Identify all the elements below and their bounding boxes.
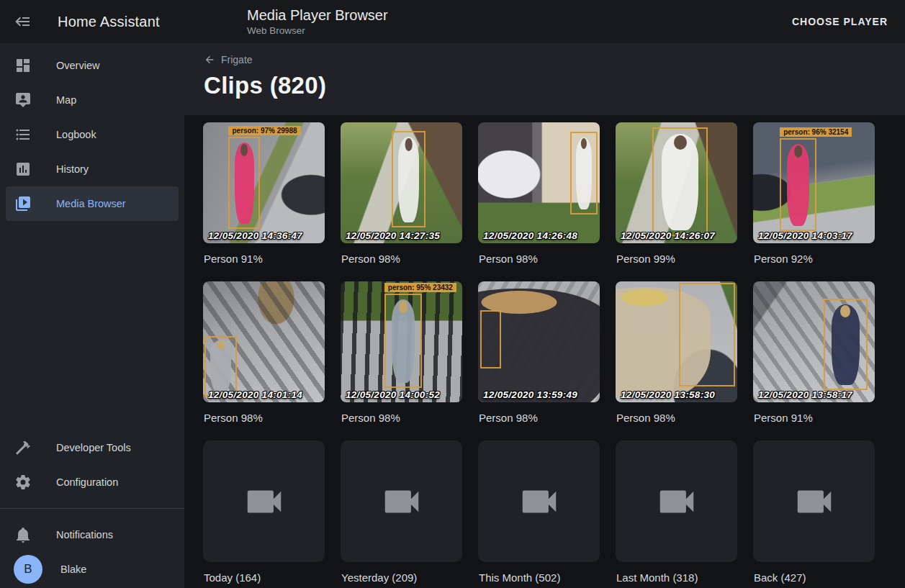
folder-item: Back (427) [753, 440, 875, 588]
folder-caption: Yesterday (209) [341, 571, 462, 584]
sidebar-item-label: Developer Tools [56, 442, 131, 453]
person-figure [235, 143, 254, 224]
clip-thumbnail[interactable]: person: 95% 23432 12/05/2020 14:00:52 [341, 281, 462, 402]
sidebar-item-label: Overview [56, 60, 99, 71]
sidebar-item-overview[interactable]: Overview [6, 48, 179, 83]
detection-box [780, 138, 816, 231]
folder-item: Last Month (318) [616, 440, 737, 588]
folder-thumbnail[interactable] [753, 440, 875, 562]
clip-thumbnail[interactable]: 12/05/2020 13:58:30 [616, 281, 737, 402]
video-icon [242, 479, 287, 524]
media-player-subtitle: Web Browser [247, 25, 388, 36]
clip-timestamp: 12/05/2020 13:58:17 [758, 389, 852, 400]
clip-timestamp: 12/05/2020 14:26:48 [483, 230, 577, 241]
folder-thumbnail[interactable] [478, 440, 600, 562]
clip-caption: Person 98% [479, 253, 600, 266]
sidebar-item-map[interactable]: Map [6, 83, 179, 117]
folder-item: Today (164) [203, 440, 325, 588]
clip-item: 12/05/2020 14:27:35 Person 98% [341, 122, 462, 281]
sidebar-item-logbook[interactable]: Logbook [6, 117, 179, 152]
map-icon [14, 91, 32, 109]
clip-item: person: 97% 29988 12/05/2020 14:36:47 Pe… [203, 122, 325, 281]
page-header: Frigate Clips (820) [184, 43, 905, 115]
clip-caption: Person 91% [754, 412, 875, 425]
sidebar-item-configuration[interactable]: Configuration [6, 465, 179, 499]
clip-thumbnail[interactable]: 12/05/2020 14:26:48 [478, 122, 600, 243]
sidebar-bottom-section: Developer Tools Configuration Notificati… [0, 430, 184, 588]
detection-box [824, 299, 868, 391]
clip-timestamp: 12/05/2020 13:59:49 [483, 389, 577, 400]
detection-box [204, 336, 238, 397]
detection-label: person: 96% 32154 [780, 127, 852, 137]
sidebar-item-label: Media Browser [56, 198, 126, 209]
clip-caption: Person 98% [479, 412, 600, 425]
folder-thumbnail[interactable] [616, 440, 737, 562]
clip-item: 12/05/2020 14:01:14 Person 98% [203, 281, 325, 440]
detection-box [392, 131, 426, 227]
person-figure [398, 137, 419, 222]
clip-item: 12/05/2020 13:58:17 Person 91% [753, 281, 875, 440]
clip-caption: Person 98% [204, 412, 325, 425]
clip-timestamp: 12/05/2020 13:58:30 [621, 389, 715, 400]
person-figure [576, 137, 593, 209]
person-figure [832, 304, 860, 386]
folder-thumbnail[interactable] [341, 440, 462, 562]
clip-thumbnail[interactable]: person: 96% 32154 12/05/2020 14:03:17 [753, 122, 875, 243]
media-browser-icon [14, 195, 32, 212]
clip-timestamp: 12/05/2020 14:03:17 [758, 230, 852, 241]
clip-timestamp: 12/05/2020 14:26:07 [621, 230, 715, 241]
choose-player-button[interactable]: CHOOSE PLAYER [786, 10, 893, 33]
media-grid: person: 97% 29988 12/05/2020 14:36:47 Pe… [184, 115, 905, 588]
detection-box [480, 310, 501, 368]
video-icon [379, 479, 424, 524]
sidebar-item-label: Map [56, 94, 76, 106]
clip-timestamp: 12/05/2020 14:01:14 [208, 389, 302, 400]
sidebar-item-history[interactable]: History [6, 152, 179, 186]
app-title: Home Assistant [58, 14, 160, 30]
sidebar-item-media-browser[interactable]: Media Browser [6, 186, 179, 221]
gear-icon [14, 474, 32, 491]
sidebar-item-label: History [56, 163, 89, 175]
arrow-left-icon [204, 54, 215, 65]
person-figure [210, 340, 230, 393]
sidebar-toggle-icon[interactable] [14, 13, 32, 30]
detection-box [384, 294, 422, 388]
page-title: Clips (820) [204, 72, 905, 99]
breadcrumb-label: Frigate [221, 54, 253, 65]
main-content: Frigate Clips (820) person: 97% 29988 12… [184, 43, 905, 588]
detection-box [570, 132, 597, 214]
dashboard-icon [14, 57, 32, 74]
clip-caption: Person 92% [754, 253, 875, 266]
hammer-icon [14, 439, 32, 456]
sidebar-item-developer-tools[interactable]: Developer Tools [6, 430, 179, 465]
clip-thumbnail[interactable]: 12/05/2020 14:26:07 [616, 122, 737, 243]
detection-box [652, 127, 708, 236]
sidebar: Overview Map Logbook History Media Brows… [0, 43, 184, 588]
clip-caption: Person 99% [616, 253, 737, 266]
user-name-label: Blake [60, 564, 86, 575]
breadcrumb[interactable]: Frigate [204, 54, 253, 65]
clip-thumbnail[interactable]: 12/05/2020 14:27:35 [341, 122, 462, 243]
clip-item: person: 95% 23432 12/05/2020 14:00:52 Pe… [341, 281, 462, 440]
clip-thumbnail[interactable]: 12/05/2020 13:59:49 [478, 281, 600, 402]
clip-caption: Person 98% [341, 253, 462, 266]
clip-item: person: 96% 32154 12/05/2020 14:03:17 Pe… [753, 122, 875, 281]
folder-thumbnail[interactable] [203, 440, 325, 562]
video-icon [517, 479, 562, 524]
history-icon [14, 160, 32, 178]
clip-caption: Person 98% [341, 412, 462, 425]
clip-timestamp: 12/05/2020 14:36:47 [208, 230, 302, 241]
sidebar-item-label: Notifications [56, 529, 113, 540]
clip-item: 12/05/2020 14:26:48 Person 98% [478, 122, 600, 281]
clip-caption: Person 98% [616, 412, 737, 425]
folder-item: Yesterday (209) [341, 440, 462, 588]
sidebar-item-notifications[interactable]: Notifications [6, 517, 179, 552]
detection-label: person: 95% 23432 [384, 283, 456, 292]
clip-thumbnail[interactable]: 12/05/2020 14:01:14 [203, 281, 325, 402]
sidebar-item-profile[interactable]: B Blake [6, 552, 179, 587]
clip-thumbnail[interactable]: 12/05/2020 13:58:17 [753, 281, 875, 402]
clip-thumbnail[interactable]: person: 97% 29988 12/05/2020 14:36:47 [203, 122, 325, 243]
detection-box [228, 137, 260, 229]
clip-timestamp: 12/05/2020 14:27:35 [346, 230, 440, 241]
person-figure [787, 144, 810, 226]
